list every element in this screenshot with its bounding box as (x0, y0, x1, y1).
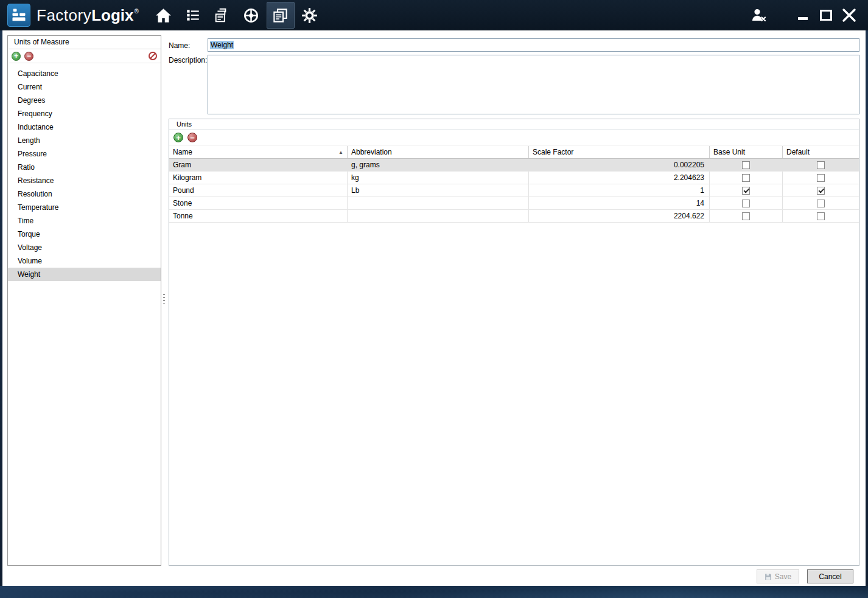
documents-stack-icon[interactable] (208, 2, 236, 29)
brand-logix: Logix (91, 6, 133, 25)
cell-name: Pound (169, 184, 348, 196)
add-unit-icon[interactable]: + (173, 133, 183, 142)
sidebar-item-resistance[interactable]: Resistance (8, 174, 161, 187)
sidebar-item-degrees[interactable]: Degrees (8, 94, 161, 107)
sidebar-item-current[interactable]: Current (8, 80, 161, 94)
factorylogix-logo-icon (7, 4, 30, 27)
column-header-name-label: Name (173, 148, 192, 156)
units-of-measure-panel: Units of Measure + − Capacitance Current… (7, 35, 161, 566)
window-bottom-decoration (0, 586, 868, 598)
maximize-button[interactable] (814, 2, 838, 28)
table-header-row: Name ▲ Abbreviation Scale Factor Base Un… (169, 146, 859, 159)
sidebar-item-frequency[interactable]: Frequency (8, 107, 161, 120)
cell-abbreviation: g, grams (348, 159, 529, 171)
base-unit-checkbox[interactable] (742, 212, 750, 220)
default-checkbox[interactable] (817, 212, 825, 220)
remove-icon[interactable]: − (24, 52, 33, 61)
cell-scale-factor: 0.002205 (529, 159, 710, 171)
sidebar-item-weight[interactable]: Weight (8, 268, 161, 281)
save-button[interactable]: Save (757, 569, 799, 583)
units-group-title: Units (169, 119, 859, 130)
remove-unit-icon[interactable]: − (187, 133, 197, 142)
base-unit-checkbox[interactable] (742, 161, 750, 169)
table-row-kilogram[interactable]: Kilogram kg 2.204623 (169, 172, 859, 184)
table-row-tonne[interactable]: Tonne 2204.622 (169, 210, 859, 223)
base-unit-checkbox[interactable] (742, 174, 750, 182)
default-checkbox[interactable] (817, 187, 825, 195)
app-title: FactoryLogix® (37, 6, 139, 25)
cell-scale-factor: 2.204623 (529, 172, 710, 184)
description-label: Description: (169, 56, 207, 64)
cell-scale-factor: 2204.622 (529, 210, 710, 222)
cell-name: Stone (169, 197, 348, 209)
sidebar-item-length[interactable]: Length (8, 134, 161, 147)
app-window: FactoryLogix® (0, 0, 868, 598)
default-checkbox[interactable] (817, 161, 825, 169)
sidebar-item-pressure[interactable]: Pressure (8, 147, 161, 161)
default-checkbox[interactable] (817, 200, 825, 207)
cell-name: Kilogram (169, 172, 348, 184)
units-groupbox: Units + − Name ▲ Abbreviation Scale Fact… (169, 119, 859, 566)
cell-abbreviation: Lb (348, 184, 529, 196)
titlebar: FactoryLogix® (0, 0, 868, 30)
cell-abbreviation: kg (348, 172, 529, 184)
sidebar-item-capacitance[interactable]: Capacitance (8, 67, 161, 80)
home-icon[interactable] (150, 2, 178, 29)
close-button[interactable] (838, 2, 861, 28)
units-toolbar: + − (169, 130, 859, 145)
default-checkbox[interactable] (817, 174, 825, 182)
table-row-stone[interactable]: Stone 14 (169, 197, 859, 210)
cell-name: Gram (169, 159, 348, 171)
sidebar-item-inductance[interactable]: Inductance (8, 120, 161, 134)
cell-abbreviation (348, 197, 529, 209)
cancel-button-label: Cancel (819, 572, 841, 581)
name-input[interactable]: Weight (208, 38, 859, 52)
panel-splitter[interactable] (162, 293, 166, 304)
content-area: Units of Measure + − Capacitance Current… (2, 30, 866, 586)
save-button-label: Save (775, 572, 791, 581)
main-nav (150, 0, 324, 30)
sidebar-item-temperature[interactable]: Temperature (8, 201, 161, 214)
cell-abbreviation (348, 210, 529, 222)
cell-name: Tonne (169, 210, 348, 222)
cell-scale-factor: 14 (529, 197, 710, 209)
sidebar-item-volume[interactable]: Volume (8, 254, 161, 268)
description-textarea[interactable] (208, 55, 859, 114)
column-header-default[interactable]: Default (783, 146, 859, 158)
base-unit-checkbox[interactable] (742, 187, 750, 195)
sort-ascending-icon: ▲ (336, 150, 343, 155)
window-controls (746, 2, 861, 28)
column-header-abbreviation[interactable]: Abbreviation (348, 146, 529, 158)
name-input-value: Weight (210, 41, 234, 49)
gear-icon[interactable] (296, 2, 324, 29)
minimize-button[interactable] (791, 2, 814, 28)
cell-scale-factor: 1 (529, 184, 710, 196)
cancel-button[interactable]: Cancel (807, 569, 853, 583)
logout-user-icon[interactable] (746, 2, 769, 28)
column-header-base-unit[interactable]: Base Unit (710, 146, 783, 158)
compass-icon[interactable] (237, 2, 265, 29)
brand-registered-mark: ® (135, 8, 139, 15)
units-of-measure-list: Capacitance Current Degrees Frequency In… (8, 63, 161, 565)
reports-window-icon[interactable] (267, 2, 295, 29)
cancel-edit-icon[interactable] (149, 52, 157, 60)
floppy-icon (765, 573, 772, 580)
add-icon[interactable]: + (12, 52, 21, 61)
name-label: Name: (169, 41, 190, 50)
sidebar-title: Units of Measure (8, 36, 161, 49)
column-header-name[interactable]: Name ▲ (169, 146, 348, 158)
brand-factory: Factory (37, 6, 91, 25)
checklist-icon[interactable] (179, 2, 207, 29)
sidebar-item-resolution[interactable]: Resolution (8, 187, 161, 201)
table-row-pound[interactable]: Pound Lb 1 (169, 184, 859, 197)
sidebar-item-time[interactable]: Time (8, 214, 161, 228)
table-row-gram[interactable]: Gram g, grams 0.002205 (169, 159, 859, 172)
units-table: Name ▲ Abbreviation Scale Factor Base Un… (169, 146, 859, 565)
sidebar-item-torque[interactable]: Torque (8, 228, 161, 241)
column-header-scale-factor[interactable]: Scale Factor (529, 146, 710, 158)
base-unit-checkbox[interactable] (742, 200, 750, 207)
sidebar-toolbar: + − (8, 49, 161, 63)
sidebar-item-voltage[interactable]: Voltage (8, 241, 161, 254)
sidebar-item-ratio[interactable]: Ratio (8, 161, 161, 174)
